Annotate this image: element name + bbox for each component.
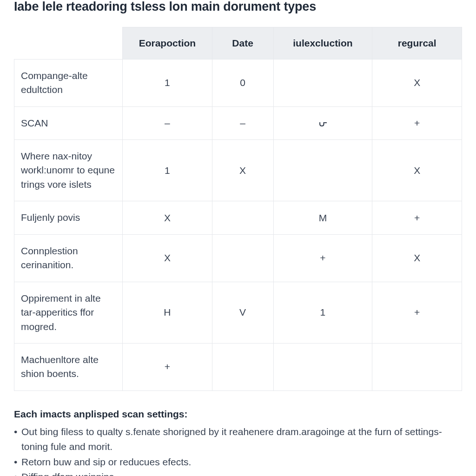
row-cell [273, 59, 372, 106]
table-row: Machuenltore alte shion boents. + [14, 343, 462, 390]
row-cell: ᕂ [273, 106, 372, 139]
row-cell: X [123, 201, 212, 234]
table-row: Fuljenly povis X M + [14, 201, 462, 234]
row-cell [273, 140, 372, 201]
table-header: Date [212, 27, 273, 59]
notes-item: Out bing filess to qualty s.fenate shori… [14, 424, 462, 455]
row-label: Connplestion cerinanition. [14, 234, 123, 282]
notes-section: Each imacts anplisped scan settings: Out… [14, 409, 462, 476]
notes-item: Diffing dfam woinnins. [14, 469, 462, 476]
row-label: Oppirement in alte tar-apperitics ffor m… [14, 282, 123, 343]
row-cell: H [123, 282, 212, 343]
row-cell: X [372, 234, 462, 282]
table-row: Where nax-nitoy workl:unomr to equne tri… [14, 140, 462, 201]
notes-item: Retorn buw and sip or reducues efects. [14, 455, 462, 470]
table-header: regurcal [372, 27, 462, 59]
table-row: Connplestion cerinanition. X + X [14, 234, 462, 282]
row-cell [372, 343, 462, 390]
row-label: Machuenltore alte shion boents. [14, 343, 123, 390]
table-row: Compange-alte edultction 1 0 X [14, 59, 462, 106]
row-cell: 0 [212, 59, 273, 106]
row-label: Fuljenly povis [14, 201, 123, 234]
row-cell: + [372, 282, 462, 343]
row-cell: + [372, 201, 462, 234]
row-cell: X [123, 234, 212, 282]
notes-list: Out bing filess to qualty s.fenate shori… [14, 424, 462, 476]
row-cell [212, 343, 273, 390]
document-page: Iabe lele rteadoring tsless lon main dor… [0, 0, 476, 476]
row-cell [212, 234, 273, 282]
row-label: Compange-alte edultction [14, 59, 123, 106]
table-row: SCAN – – ᕂ + [14, 106, 462, 139]
row-cell: – [123, 106, 212, 139]
table-row: Oppirement in alte tar-apperitics ffor m… [14, 282, 462, 343]
row-cell: 1 [123, 59, 212, 106]
table-header: iulexcluction [273, 27, 372, 59]
row-cell: V [212, 282, 273, 343]
row-cell: + [372, 106, 462, 139]
row-cell: 1 [123, 140, 212, 201]
table-header-empty [14, 27, 123, 59]
row-cell: + [123, 343, 212, 390]
table-header: Eorapoction [123, 27, 212, 59]
row-cell: – [212, 106, 273, 139]
row-label: SCAN [14, 106, 123, 139]
row-cell: + [273, 234, 372, 282]
row-cell: X [212, 140, 273, 201]
page-title: Iabe lele rteadoring tsless lon main dor… [14, 0, 462, 14]
row-cell [212, 201, 273, 234]
row-cell: 1 [273, 282, 372, 343]
notes-heading: Each imacts anplisped scan settings: [14, 409, 462, 420]
table-header-row: Eorapoction Date iulexcluction regurcal [14, 27, 462, 59]
row-cell: M [273, 201, 372, 234]
row-cell: X [372, 140, 462, 201]
document-types-table: Eorapoction Date iulexcluction regurcal … [14, 27, 462, 391]
row-label: Where nax-nitoy workl:unomr to equne tri… [14, 140, 123, 201]
row-cell [273, 343, 372, 390]
row-cell: X [372, 59, 462, 106]
